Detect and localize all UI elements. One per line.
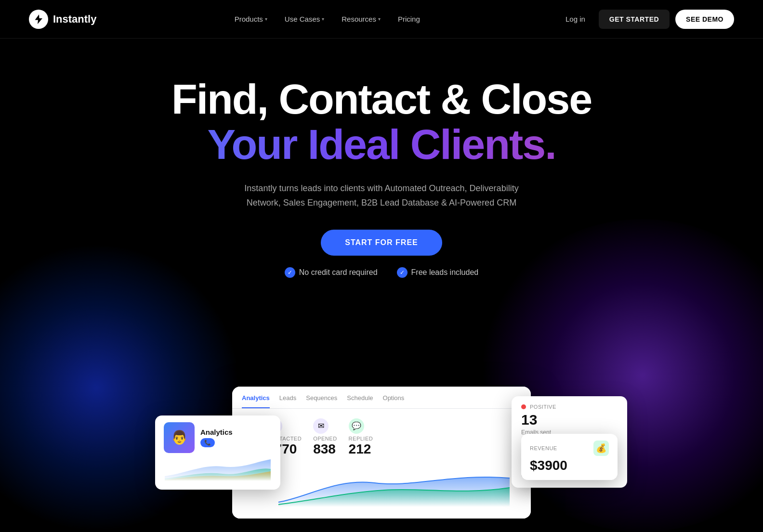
person-chart: [164, 457, 272, 481]
positive-dot-icon: [521, 404, 526, 409]
phone-badge: 📞: [200, 438, 215, 447]
products-chevron-icon: ▾: [265, 16, 267, 22]
start-free-button[interactable]: START FOR FREE: [321, 230, 442, 256]
nav-use-cases[interactable]: Use Cases ▾: [278, 11, 331, 27]
resources-chevron-icon: ▾: [378, 16, 381, 22]
phone-icon: 📞: [204, 440, 211, 446]
stats-row: 👤 CONTACTED 1770 ✉ OPENED 838 💬 REPLIED: [267, 418, 521, 457]
main-chart: [267, 468, 521, 507]
nav-products[interactable]: Products ▾: [228, 11, 274, 27]
replied-icon: 💬: [349, 418, 364, 434]
login-button[interactable]: Log in: [558, 11, 593, 27]
badge-free-leads: ✓ Free leads included: [397, 267, 479, 278]
use-cases-chevron-icon: ▾: [322, 16, 324, 22]
brand-logo[interactable]: Instantly: [29, 10, 96, 29]
logo-icon: [29, 10, 48, 29]
tab-sequences[interactable]: Sequences: [306, 394, 337, 408]
hero-headline-line1: Find, Contact & Close: [10, 77, 753, 121]
tab-schedule[interactable]: Schedule: [347, 394, 373, 408]
see-demo-button[interactable]: SEE DEMO: [675, 10, 734, 29]
revenue-icon: 💰: [593, 441, 609, 456]
get-started-button[interactable]: GET STARTED: [599, 10, 670, 29]
nav-pricing[interactable]: Pricing: [391, 11, 427, 27]
dashboard-stats-content: 👤 CONTACTED 1770 ✉ OPENED 838 💬 REPLIED: [267, 418, 521, 509]
hero-badges: ✓ No credit card required ✓ Free leads i…: [10, 267, 753, 278]
nav-resources[interactable]: Resources ▾: [335, 11, 387, 27]
check-icon-2: ✓: [397, 267, 408, 278]
navbar: Instantly Products ▾ Use Cases ▾ Resourc…: [0, 0, 763, 39]
person-avatar: 👨: [164, 422, 195, 453]
hero-headline-line2: Your Ideal Clients.: [10, 121, 753, 168]
check-icon-1: ✓: [285, 267, 295, 278]
person-card: 👨 Analytics 📞: [164, 422, 272, 453]
person-avatar-image: 👨: [164, 422, 195, 453]
stat-replied: 💬 REPLIED 212: [349, 418, 373, 457]
dashboard-preview: Analytics Leads Sequences Schedule Optio…: [0, 326, 763, 519]
badge-no-credit-card: ✓ No credit card required: [285, 267, 378, 278]
opened-icon: ✉: [313, 418, 329, 434]
brand-name: Instantly: [53, 13, 96, 26]
dashboard-wrapper: Analytics Leads Sequences Schedule Optio…: [232, 387, 531, 519]
dashboard-tabs: Analytics Leads Sequences Schedule Optio…: [232, 387, 531, 409]
tab-options[interactable]: Options: [383, 394, 405, 408]
hero-section: Find, Contact & Close Your Ideal Clients…: [0, 39, 763, 297]
card-revenue: REVENUE 💰 $3900: [521, 434, 618, 480]
stat-opened: ✉ OPENED 838: [313, 418, 337, 457]
nav-links: Products ▾ Use Cases ▾ Resources ▾ Prici…: [228, 11, 427, 27]
tab-analytics[interactable]: Analytics: [242, 394, 270, 408]
tab-leads[interactable]: Leads: [279, 394, 296, 408]
card-analytics-person: 👨 Analytics 📞: [155, 415, 280, 490]
hero-subtext: Instantly turns leads into clients with …: [237, 182, 526, 210]
hero-cta: START FOR FREE: [10, 230, 753, 256]
nav-actions: Log in GET STARTED SEE DEMO: [558, 10, 734, 29]
